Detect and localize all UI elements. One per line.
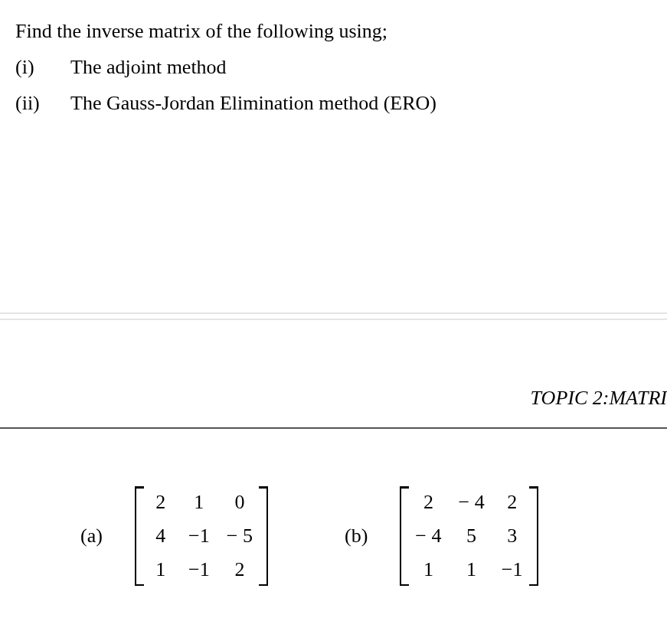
matrix-b-block: (b) 2 − 4 2 − 4 5 3 1 1 −1: [345, 486, 538, 586]
matrix-b-grid: 2 − 4 2 − 4 5 3 1 1 −1: [407, 486, 530, 586]
matrix-b-label: (b): [345, 525, 368, 548]
question-section: Find the inverse matrix of the following…: [0, 0, 667, 121]
matrix-b-cell: 1: [415, 558, 441, 581]
item-i-text: The adjoint method: [70, 50, 227, 86]
matrix-b-cell: 2: [415, 491, 441, 514]
matrix-a-label: (a): [80, 525, 103, 548]
matrices-row: (a) 2 1 0 4 −1 − 5 1 −1 2 (b) 2 − 4: [0, 486, 667, 586]
right-bracket-icon: [531, 486, 538, 586]
matrix-a-cell: −1: [188, 525, 210, 548]
matrix-a-cell: 1: [150, 558, 172, 581]
matrix-b-cell: 2: [502, 491, 523, 514]
item-ii-text: The Gauss-Jordan Elimination method (ERO…: [70, 86, 436, 122]
matrix-b-cell: 3: [502, 525, 523, 548]
matrix-a-grid: 2 1 0 4 −1 − 5 1 −1 2: [142, 486, 260, 586]
page-gap-rule: [0, 312, 667, 320]
matrix-b-cell: 1: [459, 558, 485, 581]
matrix-a-cell: 4: [150, 525, 172, 548]
left-bracket-icon: [400, 486, 407, 586]
matrix-b-cell: − 4: [415, 525, 441, 548]
item-ii-num: (ii): [15, 86, 70, 122]
matrix-b-cell: − 4: [459, 491, 485, 514]
matrix-a: 2 1 0 4 −1 − 5 1 −1 2: [135, 486, 268, 586]
matrix-a-cell: − 5: [227, 525, 253, 548]
matrix-a-cell: 0: [227, 491, 253, 514]
section-divider: [0, 427, 667, 429]
matrix-a-cell: 1: [188, 491, 210, 514]
matrix-b-cell: −1: [502, 558, 523, 581]
item-i: (i) The adjoint method: [15, 50, 652, 86]
matrix-a-cell: 2: [227, 558, 253, 581]
matrix-a-cell: 2: [150, 491, 172, 514]
matrix-b-cell: 5: [459, 525, 485, 548]
matrix-b: 2 − 4 2 − 4 5 3 1 1 −1: [400, 486, 538, 586]
item-i-num: (i): [15, 50, 70, 86]
right-bracket-icon: [260, 486, 268, 586]
matrix-a-cell: −1: [188, 558, 210, 581]
left-bracket-icon: [135, 486, 142, 586]
item-ii: (ii) The Gauss-Jordan Elimination method…: [15, 86, 652, 122]
intro-text: Find the inverse matrix of the following…: [15, 14, 652, 50]
topic-label: TOPIC 2:MATRI: [531, 387, 667, 410]
matrix-a-block: (a) 2 1 0 4 −1 − 5 1 −1 2: [80, 486, 268, 586]
